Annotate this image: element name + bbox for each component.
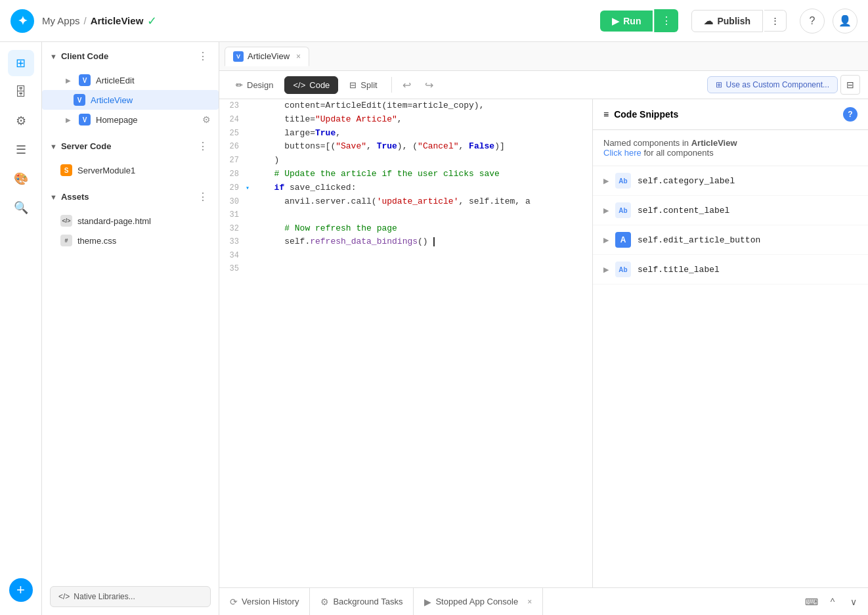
- chevron-up-button[interactable]: ^: [823, 593, 842, 611]
- snippets-help-button[interactable]: ?: [843, 107, 857, 122]
- tab-article-view[interactable]: V ArticleView ×: [225, 47, 309, 66]
- assets-section[interactable]: ▼ Assets ⋮: [42, 183, 219, 211]
- tree-item-theme-css[interactable]: # theme.css: [42, 231, 219, 250]
- snippet-type-icon-a: A: [615, 232, 631, 248]
- snippet-item-content-label[interactable]: ▶ Ab self.content_label: [593, 196, 868, 225]
- code-line-33: 33 self.refresh_data_bindings(): [219, 235, 592, 249]
- snippet-type-icon-ab1: Ab: [615, 173, 631, 189]
- use-custom-component-button[interactable]: ⊞ Use as Custom Component...: [707, 76, 838, 93]
- homepage-extra: ⚙: [202, 114, 211, 125]
- code-editor[interactable]: 23 content=ArticleEdit(item=article_copy…: [219, 99, 592, 587]
- bottom-tab-background-tasks[interactable]: ⚙ Background Tasks: [310, 588, 414, 615]
- toolbar-divider: [391, 77, 392, 93]
- tree-item-server-module[interactable]: S ServerModule1: [42, 160, 219, 180]
- bottom-bar: ⟳ Version History ⚙ Background Tasks ▶ S…: [219, 587, 868, 615]
- sidebar-item-palette[interactable]: 🎨: [8, 166, 34, 192]
- snippets-desc-suffix: for all components: [643, 148, 713, 158]
- help-button[interactable]: ?: [800, 9, 825, 34]
- code-line-25: 25 large=True,: [219, 127, 592, 141]
- background-tasks-label: Background Tasks: [333, 597, 402, 606]
- sidebar-item-pages[interactable]: ⊞: [8, 50, 34, 76]
- design-icon: ✏: [236, 80, 243, 90]
- logo-icon: ✦: [18, 14, 28, 28]
- user-button[interactable]: 👤: [833, 9, 857, 34]
- chevron-down-button[interactable]: ∨: [844, 593, 863, 611]
- app-console-label: Stopped App Console: [435, 597, 518, 606]
- bottom-right-actions: ⌨ ^ ∨: [797, 588, 868, 615]
- editor-toolbar: ✏ Design </> Code ⊟ Split ↩ ↪ ⊞ Use as C…: [219, 71, 868, 99]
- article-view-label: ArticleView: [91, 95, 211, 105]
- app-console-close-button[interactable]: ×: [527, 597, 532, 606]
- snippet-name-edit-article-button: self.edit_article_button: [638, 235, 760, 245]
- assets-actions[interactable]: ⋮: [195, 189, 211, 204]
- homepage-icon: V: [79, 114, 91, 125]
- chevron-down-icon: ∨: [850, 597, 857, 607]
- code-line-32: 32 # Now refresh the page: [219, 222, 592, 236]
- code-button[interactable]: </> Code: [284, 76, 338, 94]
- code-line-23: 23 content=ArticleEdit(item=article_copy…: [219, 99, 592, 113]
- status-check-icon: ✓: [147, 14, 157, 28]
- tab-article-view-icon: V: [233, 51, 244, 62]
- bottom-tab-app-console[interactable]: ▶ Stopped App Console ×: [414, 588, 543, 615]
- publish-button-group: ☁ Publish ⋮: [691, 10, 787, 32]
- add-component-button[interactable]: +: [9, 578, 33, 602]
- native-libraries-button[interactable]: </> Native Libraries...: [50, 586, 211, 607]
- background-tasks-icon: ⚙: [320, 597, 329, 607]
- version-history-icon: ⟳: [230, 597, 238, 607]
- tab-close-button[interactable]: ×: [296, 52, 301, 61]
- code-line-35: 35: [219, 262, 592, 275]
- tree-item-article-view[interactable]: V ArticleView: [42, 90, 219, 110]
- tree-item-standard-page[interactable]: </> standard-page.html: [42, 211, 219, 231]
- sidebar-item-search[interactable]: 🔍: [8, 194, 34, 221]
- my-apps-link[interactable]: My Apps: [42, 15, 80, 26]
- snippet-item-edit-article-button[interactable]: ▶ A self.edit_article_button: [593, 225, 868, 255]
- run-button[interactable]: ▶ Run: [600, 11, 653, 32]
- app-logo: ✦: [11, 9, 34, 33]
- server-code-chevron: ▼: [50, 143, 57, 150]
- snippets-click-here[interactable]: Click here: [603, 148, 641, 158]
- server-code-actions[interactable]: ⋮: [195, 139, 211, 154]
- user-icon: 👤: [838, 14, 852, 27]
- tree-item-homepage[interactable]: ▶ V Homepage ⚙: [42, 110, 219, 129]
- main-layout: ⊞ 🗄 ⚙ ☰ 🎨 🔍 + ▼ Client Code ⋮ ▶ V Articl…: [0, 42, 868, 615]
- bottom-tab-version-history[interactable]: ⟳ Version History: [219, 588, 310, 615]
- snippet-item-category-label[interactable]: ▶ Ab self.category_label: [593, 166, 868, 196]
- layout-icon: ⊟: [846, 80, 854, 90]
- code-line-31: 31: [219, 208, 592, 221]
- layout-toggle-button[interactable]: ⊟: [840, 75, 860, 95]
- article-edit-label: ArticleEdit: [96, 76, 211, 85]
- split-icon: ⊟: [349, 80, 357, 90]
- redo-button[interactable]: ↪: [420, 75, 439, 95]
- app-console-icon: ▶: [424, 597, 431, 607]
- sidebar-item-data[interactable]: 🗄: [8, 79, 34, 105]
- editor-area: V ArticleView × ✏ Design </> Code ⊟ Spli…: [219, 42, 868, 615]
- run-more-button[interactable]: ⋮: [654, 9, 678, 32]
- sidebar-item-list[interactable]: ☰: [8, 137, 34, 163]
- terminal-button[interactable]: ⌨: [802, 593, 821, 611]
- snippets-panel: ≡ Code Snippets ? Named components in Ar…: [592, 99, 868, 587]
- snippets-component-name: ArticleView: [691, 138, 737, 148]
- publish-more-button[interactable]: ⋮: [764, 10, 787, 32]
- snippet-type-icon-ab3: Ab: [615, 262, 631, 277]
- chevron-up-icon: ^: [831, 597, 835, 607]
- version-history-label: Version History: [242, 597, 299, 606]
- add-icon: +: [16, 581, 25, 599]
- undo-button[interactable]: ↩: [397, 75, 417, 95]
- server-code-section[interactable]: ▼ Server Code ⋮: [42, 132, 219, 160]
- code-line-24: 24 title="Update Article",: [219, 113, 592, 127]
- publish-button[interactable]: ☁ Publish: [691, 10, 763, 32]
- homepage-chevron: ▶: [66, 116, 71, 124]
- client-code-actions[interactable]: ⋮: [195, 49, 211, 64]
- snippet-name-content-label: self.content_label: [638, 206, 729, 216]
- breadcrumb: My Apps / ArticleView ✓: [42, 14, 157, 28]
- split-button[interactable]: ⊟ Split: [341, 76, 385, 94]
- publish-icon: ☁: [704, 16, 713, 26]
- assets-label: Assets: [61, 192, 89, 202]
- snippet-item-title-label[interactable]: ▶ Ab self.title_label: [593, 255, 868, 285]
- design-button[interactable]: ✏ Design: [227, 76, 282, 94]
- run-play-icon: ▶: [612, 16, 619, 26]
- sidebar-item-settings[interactable]: ⚙: [8, 108, 34, 134]
- client-code-section[interactable]: ▼ Client Code ⋮: [42, 42, 219, 70]
- custom-component-icon: ⊞: [716, 80, 722, 89]
- tree-item-article-edit[interactable]: ▶ V ArticleEdit: [42, 70, 219, 90]
